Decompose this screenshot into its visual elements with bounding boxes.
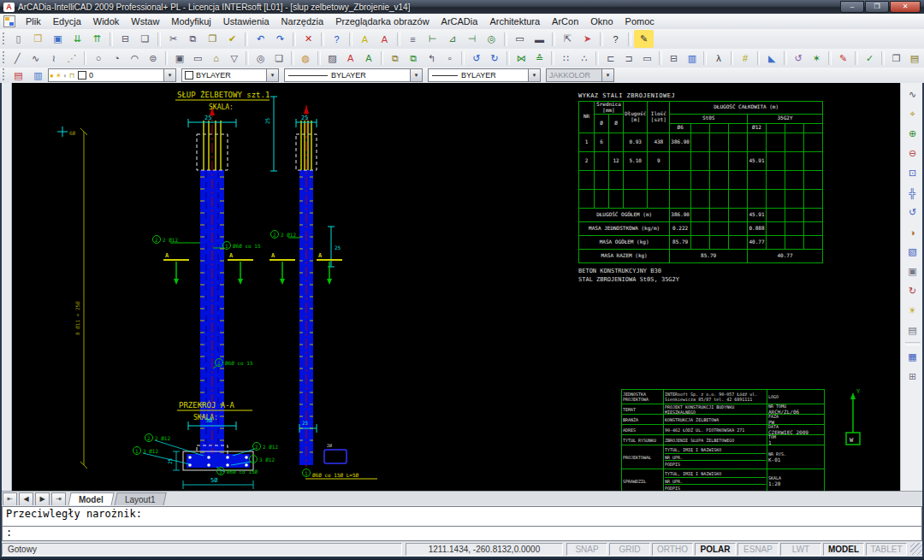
tab-layout1[interactable]: Layout1 [114,492,166,506]
menu-ustawienia[interactable]: Ustawienia [217,15,275,28]
paste-button[interactable]: ❐ [203,30,222,48]
match-properties-button[interactable]: ✔ [222,30,242,48]
command-window[interactable]: Przeciwległy narożnik: : [0,505,924,541]
zoom-window-button[interactable]: ⊡ [903,163,923,183]
copy-button[interactable]: ⧉ [183,30,203,48]
cut-button[interactable]: ✂ [163,30,183,48]
tab-nav-2[interactable]: ▶ [35,492,50,506]
circle-button[interactable]: ○ [89,50,107,68]
sphere-button[interactable]: ◍ [297,50,315,68]
pan-point-button[interactable]: ╬ [903,183,923,203]
circle-2p-button[interactable]: ◔ [108,50,126,68]
toggle-tablet[interactable]: TABLET [866,543,907,556]
toggle-snap[interactable]: SNAP [566,543,607,556]
mirror-button[interactable]: ⋈ [512,50,530,68]
text-button[interactable]: A [341,50,359,68]
menu-okno[interactable]: Okno [584,15,619,28]
menu-architektura[interactable]: Architektura [483,15,546,28]
zoom-out-button[interactable]: ⊖ [903,144,923,163]
document-icon[interactable] [3,15,15,27]
viewport-b-button[interactable]: ⊐ [620,50,638,68]
dim-aligned-button[interactable]: ⊿ [442,30,462,48]
construction-line-button[interactable]: ⋰ [62,50,80,68]
plot-small-button[interactable]: ⊟ [665,50,683,68]
arcadia-start-button[interactable]: ✎ [634,30,654,48]
make-block-button[interactable]: ▫ [441,50,459,68]
dim-center-button[interactable]: ◎ [482,30,501,48]
layer-shade-icon[interactable]: ◐ [63,72,68,80]
layers-manager-button[interactable]: ▤ [9,67,28,85]
line-button[interactable]: ╱ [9,50,27,68]
layer-dropdown-arrow[interactable]: ▾ [163,69,175,81]
color-dropdown-arrow[interactable]: ▾ [266,69,278,81]
area-button[interactable]: ➤ [578,30,597,48]
snap-grid-button[interactable]: # [736,50,754,68]
image-frame-button[interactable]: ❐ [887,50,905,68]
menu-narzędzia[interactable]: Narzędzia [275,15,330,28]
array-polar-button[interactable]: ∴ [575,50,593,68]
statistics-button[interactable]: ▥ [683,50,701,68]
zoom-dynamic-button[interactable]: ∿ [903,85,923,104]
arc-button[interactable]: ◠ [126,50,144,68]
export-button[interactable]: ⇈ [87,30,107,48]
light-button[interactable]: ☀ [903,301,923,321]
resize-grip[interactable] [910,543,922,555]
named-views-button[interactable]: ▣ [903,262,923,281]
copy-multiple-button[interactable]: ⧉ [405,50,423,68]
import-button[interactable]: ⇊ [68,30,87,48]
erase-button[interactable]: ✕ [299,30,318,48]
save-button[interactable]: ▣ [48,30,68,48]
menu-plik[interactable]: Plik [20,15,47,28]
brush-button[interactable]: ✎ [834,50,852,68]
viewport-new-button[interactable]: ▭ [510,30,530,48]
hatch-button[interactable]: ▨ [323,50,341,68]
new-button[interactable]: ▯ [9,30,28,48]
toggle-grid[interactable]: GRID [609,543,650,556]
command-input[interactable]: : [2,526,922,541]
mtext-button[interactable]: A [359,50,377,68]
menu-edycja[interactable]: Edycja [47,15,87,28]
rotate-button[interactable]: ↺ [467,50,485,68]
print-preview-button[interactable]: ❏ [135,30,155,48]
tab-nav-3[interactable]: ⇥ [51,492,66,506]
toggle-lwt[interactable]: LWT [780,543,821,556]
command-history[interactable]: Przeciwległy narożnik: [2,506,922,526]
context-help-button[interactable]: ? [606,30,625,48]
linetype-dropdown-arrow[interactable]: ▾ [410,69,422,81]
table-cell-button[interactable]: ⊞ [903,367,923,386]
explode-button[interactable]: ✶ [808,50,826,68]
undo-button[interactable]: ↶ [251,30,270,48]
dim-style-button[interactable]: A [375,30,394,48]
distance-button[interactable]: ⇱ [558,30,578,48]
toolbar-grip[interactable] [2,68,6,82]
layer-lock-icon[interactable]: ⊓ [69,72,74,80]
check-green-button[interactable]: ✓ [861,50,879,68]
wedge-button[interactable]: ▽ [225,50,243,68]
ellipse-button[interactable]: ⊜ [144,50,162,68]
dim-linear-button[interactable]: ⊢ [423,30,442,48]
insert-block-button[interactable]: ↰ [423,50,441,68]
tab-nav-1[interactable]: ◀ [19,492,33,506]
layer-on-icon[interactable]: ● [50,72,54,80]
regen-button[interactable]: ↺ [790,50,808,68]
toggle-esnap[interactable]: ESNAP [737,543,779,556]
zoom-previous-button[interactable]: ↺ [903,203,923,222]
render-button[interactable]: ▧ [903,242,923,262]
region-button[interactable]: ▣ [170,50,188,68]
toolbar-grip[interactable] [2,51,6,65]
rotate-copy-button[interactable]: ↻ [486,50,504,68]
align-button[interactable]: ≙ [530,50,548,68]
table-button[interactable]: ▦ [903,347,923,367]
menu-modyfikuj[interactable]: Modyfikuj [165,15,216,28]
boundary-button[interactable]: ❏ [270,50,288,68]
freehand-button[interactable]: ∿ [27,50,44,68]
color-dropdown[interactable]: BYLAYER ▾ [181,68,279,82]
layer-dropdown[interactable]: ● ☀ ◐ ⊓ 0 ▾ [48,68,176,82]
close-button[interactable]: ✕ [890,1,921,13]
redo-button[interactable]: ↷ [270,30,290,48]
array-button[interactable]: ∷ [557,50,575,68]
spline-button[interactable]: ≀ [44,50,62,68]
view-rotate-button[interactable]: ↻ [903,281,923,301]
shade-button[interactable]: ◑ [903,222,923,242]
toggle-ortho[interactable]: ORTHO [652,543,693,556]
